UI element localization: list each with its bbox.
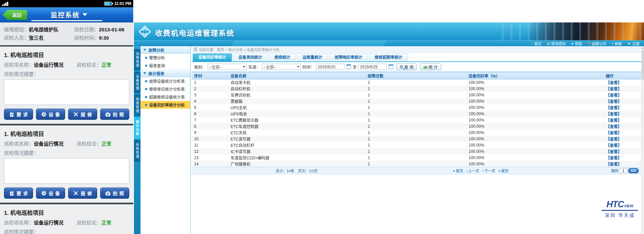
- view-link[interactable]: 【查看】: [606, 156, 622, 160]
- page-number-input[interactable]: [620, 168, 627, 173]
- category-select[interactable]: --全部--: [208, 64, 247, 70]
- table-row[interactable]: 8 ETC车道控制器 1 100.00% 【查看】: [191, 123, 641, 129]
- calendar-icon[interactable]: [346, 64, 351, 69]
- col-device-name: 设备名称: [228, 72, 365, 79]
- report-tab[interactable]: 维修统计: [269, 53, 296, 61]
- topnav-home[interactable]: ⌂首页: [531, 41, 542, 46]
- view-link[interactable]: 【查看】: [606, 131, 622, 135]
- sidebar-item[interactable]: 故障设备统计分析表: [141, 77, 190, 85]
- sidebar-group-header[interactable]: 统计报表: [141, 70, 190, 77]
- screenshot-stage: 11:01 PM 返回 监控系统 故障原因：机电部维护队 巡检日期：2013-0…: [0, 0, 644, 234]
- caret-down-icon: [143, 49, 146, 51]
- report-tab[interactable]: 设备完好率统计: [193, 53, 232, 61]
- topnav-user[interactable]: ☻注销: [627, 41, 639, 46]
- module-tab[interactable]: 档案管理: [134, 94, 141, 116]
- cell-fault-count: 1: [365, 79, 466, 85]
- bullet-icon: [145, 65, 147, 67]
- table-row[interactable]: 2 自动栏杆机 1 100.00% 【查看】: [191, 85, 641, 92]
- phone-navbar: 返回 监控系统: [0, 7, 133, 22]
- module-tab[interactable]: 系统管理: [134, 140, 141, 162]
- scroll-up-icon[interactable]: ▲: [642, 46, 644, 50]
- view-link[interactable]: 【查看】: [606, 99, 622, 104]
- report-tab[interactable]: 运维量统计: [297, 53, 328, 61]
- view-link[interactable]: 【查看】: [606, 118, 622, 123]
- requirement-button[interactable]: 要 求: [4, 187, 33, 199]
- tools-icon: ✖: [587, 42, 590, 45]
- summary-textarea[interactable]: [4, 158, 129, 184]
- back-button[interactable]: 返回: [3, 10, 27, 20]
- view-link[interactable]: 【查看】: [606, 106, 622, 110]
- cell-intact-rate: 100.00%: [466, 98, 603, 104]
- repair-button[interactable]: 报 修: [68, 109, 97, 120]
- view-link[interactable]: 【查看】: [606, 150, 622, 154]
- summary-textarea[interactable]: [4, 79, 129, 105]
- pager-link[interactable]: «首页: [453, 168, 463, 173]
- table-row[interactable]: 5 UPS主机 1 100.00% 【查看】: [191, 104, 641, 111]
- module-tab[interactable]: 统计分析: [134, 117, 141, 139]
- module-tab[interactable]: 运维管理: [134, 49, 141, 71]
- pager-link[interactable]: »尾页: [499, 168, 508, 173]
- date-from-input[interactable]: [316, 64, 344, 70]
- view-link[interactable]: 【查看】: [606, 93, 622, 98]
- device-button[interactable]: 设 备: [36, 109, 65, 120]
- repair-button[interactable]: 报 修: [68, 187, 97, 199]
- table-row[interactable]: 10 ETC读写器 1 100.00% 【查看】: [191, 136, 641, 142]
- requirement-button[interactable]: 要 求: [4, 109, 33, 120]
- sidebar-item[interactable]: 报表查询: [141, 62, 190, 70]
- search-button[interactable]: 查 询: [396, 63, 417, 70]
- stat-button[interactable]: 统 计: [420, 63, 441, 70]
- calendar-icon[interactable]: [388, 64, 393, 69]
- view-link[interactable]: 【查看】: [606, 112, 622, 117]
- report-tab[interactable]: 设备类别统计: [233, 53, 268, 61]
- sidebar-item[interactable]: 超期维修设备统计表: [141, 93, 190, 101]
- view-link[interactable]: 【查看】: [606, 143, 622, 148]
- table-row[interactable]: 6 UPS电池 1 100.00% 【查看】: [191, 111, 641, 117]
- scrollbar[interactable]: ▲: [641, 46, 644, 234]
- sidebar-group-header[interactable]: 故障分析: [141, 46, 190, 54]
- cell-action: 【查看】: [603, 117, 641, 123]
- table-row[interactable]: 14 广场摄像机 1 100.00% 【查看】: [191, 161, 641, 167]
- topnav-shield[interactable]: ◆帮助: [571, 41, 582, 46]
- pager-link[interactable]: ‹上一页: [466, 168, 479, 173]
- table-row[interactable]: 4 票据箱 1 100.00% 【查看】: [191, 98, 641, 104]
- table-row[interactable]: 7 ETC费额显示器 1 100.00% 【查看】: [191, 117, 641, 123]
- app-title[interactable]: 监控系统: [51, 10, 80, 19]
- to-label: 至: [353, 64, 357, 70]
- sidebar-item[interactable]: 设备完好率统计分析: [141, 101, 190, 109]
- cell-action: 【查看】: [603, 104, 641, 111]
- topnav-globe[interactable]: ●刷新: [611, 41, 622, 46]
- result-label: 巡检结论：: [77, 61, 101, 69]
- photo-button[interactable]: 拍 照: [100, 187, 129, 199]
- view-link[interactable]: 【查看】: [606, 81, 622, 85]
- table-row[interactable]: 12 IC卡读写器 1 100.00% 【查看】: [191, 148, 641, 154]
- pager-link[interactable]: ›下一页: [482, 168, 495, 173]
- cell-action: 【查看】: [603, 92, 641, 98]
- cell-device-name: 车道监控CCD+编码器: [228, 154, 365, 161]
- report-tab[interactable]: 故障响应率统计: [329, 53, 368, 61]
- scroll-thumb[interactable]: [642, 50, 644, 80]
- photo-button[interactable]: 拍 照: [100, 109, 129, 120]
- view-link[interactable]: 【查看】: [606, 124, 622, 129]
- module-tab[interactable]: 设备管理: [134, 72, 141, 93]
- cell-action: 【查看】: [603, 154, 641, 161]
- view-link[interactable]: 【查看】: [606, 137, 622, 142]
- table-row[interactable]: 11 ETC自动栏杆 1 100.00% 【查看】: [191, 142, 641, 148]
- sidebar-item[interactable]: 警情分析: [141, 54, 190, 62]
- view-link[interactable]: 【查看】: [606, 162, 622, 167]
- topnav-doc[interactable]: ▤修改密码: [547, 41, 566, 46]
- table-row[interactable]: 13 车道监控CCD+编码器 1 100.00% 【查看】: [191, 154, 641, 161]
- sidebar-item[interactable]: 维修单位统计分析表: [141, 85, 190, 93]
- cell-intact-rate: 100.00%: [466, 154, 603, 161]
- report-tab[interactable]: 维修超期率统计: [369, 53, 408, 61]
- table-row[interactable]: 9 ETC天线 1 100.00% 【查看】: [191, 129, 641, 136]
- cell-fault-count: 1: [365, 104, 466, 111]
- device-button[interactable]: 设 备: [36, 187, 65, 199]
- date-to-input[interactable]: [358, 64, 387, 70]
- table-row[interactable]: 3 车牌识别机 1 100.00% 【查看】: [191, 92, 641, 98]
- result-label: 巡检结论：: [77, 140, 101, 148]
- table-row[interactable]: 1 自动发卡机 1 100.00% 【查看】: [191, 79, 641, 85]
- lane-select[interactable]: --全部--: [262, 64, 301, 70]
- topnav-tools[interactable]: ✖运维公司: [587, 41, 606, 46]
- go-button[interactable]: GO: [628, 168, 639, 173]
- view-link[interactable]: 【查看】: [606, 87, 622, 91]
